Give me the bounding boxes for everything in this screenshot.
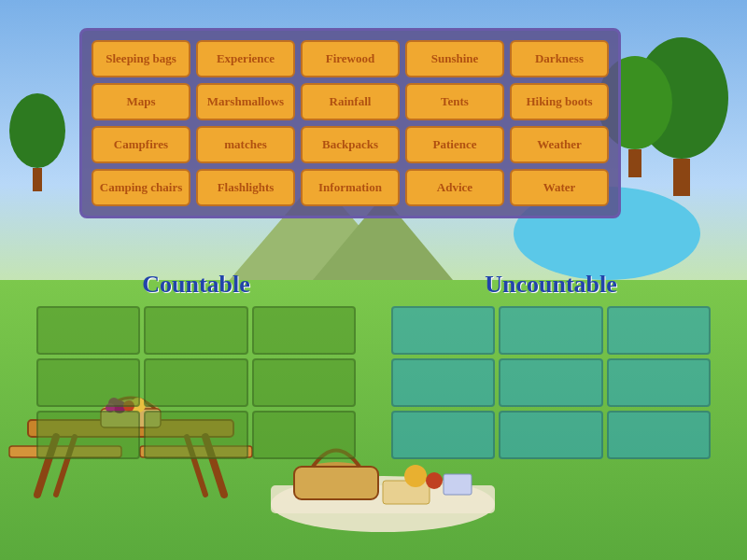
svg-rect-17 <box>294 467 378 499</box>
word-tile-2[interactable]: Experience <box>196 40 295 77</box>
word-tile-18[interactable]: Information <box>301 169 400 206</box>
uncountable-drop-cell-8[interactable] <box>499 411 602 459</box>
countable-drop-grid <box>36 306 356 459</box>
countable-drop-cell-4[interactable] <box>36 358 140 407</box>
word-tile-7[interactable]: Marshmallows <box>196 83 295 120</box>
word-tile-12[interactable]: matches <box>196 126 295 163</box>
uncountable-title: Uncountable <box>391 271 711 299</box>
uncountable-drop-cell-1[interactable] <box>391 306 495 355</box>
uncountable-drop-cell-2[interactable] <box>499 306 602 355</box>
word-tile-11[interactable]: Campfires <box>92 126 190 163</box>
word-tile-3[interactable]: Firewood <box>301 40 400 77</box>
word-tile-1[interactable]: Sleeping bags <box>92 40 190 77</box>
uncountable-drop-cell-5[interactable] <box>499 358 602 407</box>
word-tile-10[interactable]: Hiking boots <box>510 83 609 120</box>
countable-drop-cell-7[interactable] <box>36 411 140 459</box>
countable-drop-cell-8[interactable] <box>144 411 247 459</box>
word-tile-9[interactable]: Tents <box>405 83 504 120</box>
countable-drop-cell-9[interactable] <box>252 411 356 459</box>
countable-title: Countable <box>36 271 356 299</box>
word-tile-17[interactable]: Flashlights <box>196 169 295 206</box>
countable-drop-cell-5[interactable] <box>144 358 247 407</box>
sorting-area: Countable Uncountable <box>0 271 747 459</box>
uncountable-drop-cell-3[interactable] <box>607 306 711 355</box>
uncountable-drop-cell-6[interactable] <box>607 358 711 407</box>
word-tile-4[interactable]: Sunshine <box>405 40 504 77</box>
svg-rect-21 <box>444 474 472 495</box>
word-tile-6[interactable]: Maps <box>92 83 190 120</box>
uncountable-section: Uncountable <box>391 271 711 459</box>
tree-left <box>9 93 65 191</box>
tree-trunk <box>628 149 641 177</box>
word-tile-13[interactable]: Backpacks <box>301 126 400 163</box>
word-bank-panel: Sleeping bagsExperienceFirewoodSunshineD… <box>79 28 621 218</box>
tree-trunk <box>33 168 42 191</box>
uncountable-drop-grid <box>391 306 711 459</box>
svg-point-19 <box>404 465 427 487</box>
word-bank-grid: Sleeping bagsExperienceFirewoodSunshineD… <box>92 40 609 206</box>
countable-drop-cell-1[interactable] <box>36 306 140 355</box>
word-tile-20[interactable]: Water <box>510 169 609 206</box>
word-tile-19[interactable]: Advice <box>405 169 504 206</box>
countable-drop-cell-3[interactable] <box>252 306 356 355</box>
uncountable-drop-cell-7[interactable] <box>391 411 495 459</box>
tree-trunk <box>673 159 690 196</box>
tree-top <box>9 93 65 168</box>
word-tile-5[interactable]: Darkness <box>510 40 609 77</box>
countable-drop-cell-6[interactable] <box>252 358 356 407</box>
uncountable-drop-cell-4[interactable] <box>391 358 495 407</box>
uncountable-drop-cell-9[interactable] <box>607 411 711 459</box>
svg-point-20 <box>426 472 443 489</box>
word-tile-15[interactable]: Weather <box>510 126 609 163</box>
countable-drop-cell-2[interactable] <box>144 306 247 355</box>
word-tile-16[interactable]: Camping chairs <box>92 169 190 206</box>
word-tile-8[interactable]: Rainfall <box>301 83 400 120</box>
word-tile-14[interactable]: Patience <box>405 126 504 163</box>
countable-section: Countable <box>36 271 356 459</box>
